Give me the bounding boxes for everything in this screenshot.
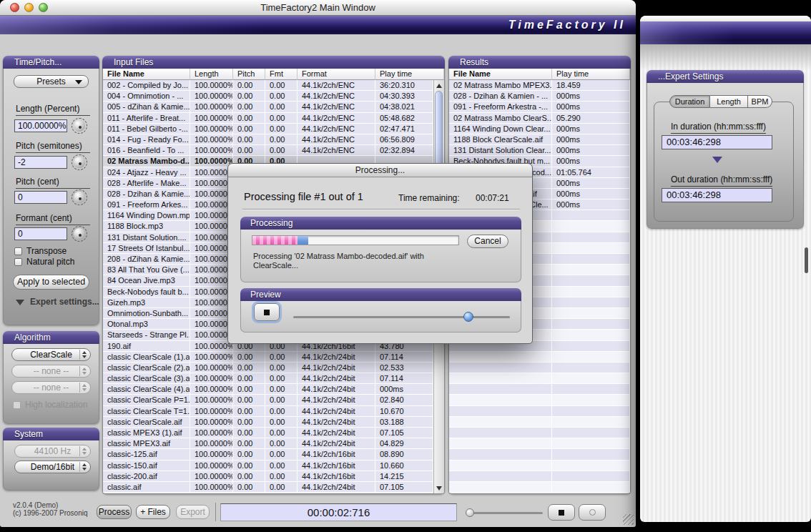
apply-to-selected-button[interactable]: Apply to selected: [13, 275, 89, 290]
formant-cent-field[interactable]: 0: [14, 227, 67, 240]
column-header-length[interactable]: Length: [190, 69, 233, 80]
table-cell: 0.00: [233, 91, 265, 102]
expert-scrollbar-thumb[interactable]: [805, 247, 808, 273]
cancel-button[interactable]: Cancel: [467, 235, 508, 248]
table-row[interactable]: classic-200.aif100.0000%0.000.0044.1k/2c…: [103, 471, 433, 482]
transpose-checkbox[interactable]: Transpose: [14, 246, 67, 256]
table-row[interactable]: 002 - Compiled by Jo...100.0000%0.000.00…: [103, 80, 433, 91]
dropdown-arrow-icon: [75, 80, 82, 84]
pitch-cent-field[interactable]: 0: [14, 191, 67, 204]
preview-group: Preview: [240, 288, 521, 332]
table-cell: 028 - Afterlife - Make...: [103, 178, 190, 189]
group-body: Cancel Processing '02 Matrass Mambo-deco…: [240, 230, 521, 282]
table-cell: 100.0000%: [190, 124, 233, 134]
table-cell: 18.459: [552, 80, 630, 91]
table-row[interactable]: classic ClearScale P=1...100.0000%0.000.…: [103, 395, 433, 405]
table-cell: 100.0000%: [190, 167, 233, 178]
table-row[interactable]: classic-125.aif100.0000%0.000.0044.1k/2c…: [103, 449, 433, 460]
title-bar[interactable]: TimeFactory2 Main Window: [0, 0, 636, 16]
preview-slider[interactable]: [293, 316, 510, 318]
column-header-fmt[interactable]: Fmt: [265, 69, 298, 80]
table-cell: 02 Matrass Mambo MPEX3...: [449, 80, 552, 91]
length-percent-field[interactable]: 100.00000%: [14, 119, 67, 132]
empty-row: [449, 482, 630, 493]
column-header-file-name[interactable]: File Name: [103, 69, 190, 80]
table-cell: 100.0000%: [190, 471, 233, 482]
table-row[interactable]: classic ClearScale T=1...100.0000%0.000.…: [103, 406, 433, 417]
table-row[interactable]: classic MPEX3 (1).aif100.0000%0.000.0044…: [103, 428, 433, 438]
table-row[interactable]: classic ClearScale (4).aif100.0000%0.000…: [103, 384, 433, 395]
scroll-down-icon[interactable]: [434, 483, 444, 493]
pitch-semitones-dial[interactable]: [72, 154, 87, 170]
table-cell: [552, 460, 630, 471]
table-row[interactable]: 1164 Winding Down Clear...000ms: [449, 124, 630, 134]
table-row[interactable]: 028 - Dzihan & Kamien - ...000ms: [449, 91, 630, 102]
out-duration-field[interactable]: 00:03:46:298: [662, 188, 772, 202]
table-cell: 100.0000%: [190, 428, 233, 438]
table-row[interactable]: 091 - Freeform Arkestra -...000ms: [449, 102, 630, 112]
length-percent-dial[interactable]: [72, 118, 87, 134]
table-row[interactable]: classic ClearScale (3).aif100.0000%0.000…: [103, 373, 433, 384]
position-slider[interactable]: [466, 512, 543, 514]
table-cell: 0.00: [265, 428, 298, 438]
table-cell: [552, 363, 630, 373]
natural-pitch-checkbox[interactable]: Natural pitch: [14, 257, 74, 267]
table-row[interactable]: classic.aif100.0000%0.000.0044.1k/2ch/24…: [103, 482, 433, 493]
tab-bpm[interactable]: BPM: [748, 95, 772, 108]
title-bar[interactable]: [640, 16, 811, 21]
table-cell: 0.00: [265, 460, 298, 471]
table-cell: [552, 428, 630, 438]
resize-grip-icon[interactable]: [623, 514, 634, 525]
table-row[interactable]: 011 - Afterlife - Breat...100.0000%0.000…: [103, 113, 433, 124]
formant-cent-dial[interactable]: [72, 226, 87, 242]
stop-button[interactable]: [548, 504, 575, 521]
brand-logo: TimeFactory II: [508, 19, 626, 31]
table-row[interactable]: 016 - Beanfield - To ...100.0000%0.000.0…: [103, 145, 433, 156]
table-row[interactable]: classic ClearScale.aif100.0000%0.000.004…: [103, 417, 433, 428]
tab-length[interactable]: Length: [710, 95, 748, 108]
table-row[interactable]: 005 - dZihan & Kamie...100.0000%0.000.00…: [103, 102, 433, 112]
column-header-format[interactable]: Format: [298, 69, 375, 80]
table-cell: 0.00: [233, 113, 265, 124]
table-cell: 0.00: [233, 471, 265, 482]
process-button[interactable]: Process: [97, 505, 132, 519]
table-cell: classic ClearScale P=1...: [103, 395, 190, 405]
position-slider-thumb[interactable]: [466, 508, 474, 517]
column-header-play-time[interactable]: Play time: [552, 69, 630, 80]
in-duration-field[interactable]: 00:03:46:298: [662, 135, 772, 149]
algorithm-select-1[interactable]: ClearScale: [11, 348, 91, 361]
table-row[interactable]: 1188 Block ClearScale.aif000ms: [449, 134, 630, 145]
column-header-file-name[interactable]: File Name: [449, 69, 552, 80]
table-row[interactable]: 011 - Bebel Gilberto -...100.0000%0.000.…: [103, 124, 433, 134]
add-files-button[interactable]: + Files: [136, 505, 170, 519]
table-row[interactable]: classic MPEX3.aif100.0000%0.000.0044.1k/…: [103, 438, 433, 449]
table-row[interactable]: classic-150.aif100.0000%0.000.0044.1k/2c…: [103, 460, 433, 471]
table-cell: [552, 471, 630, 482]
pitch-semitones-field[interactable]: -2: [14, 156, 67, 169]
table-cell: 100.0000%: [190, 417, 233, 428]
table-row[interactable]: 02 Matrass Mambo ClearS...05.290: [449, 113, 630, 124]
table-row[interactable]: 014 - Fug - Ready Fo...100.0000%0.000.00…: [103, 134, 433, 145]
table-row[interactable]: classic ClearScale (1).aif100.0000%0.000…: [103, 352, 433, 363]
pitch-cent-dial[interactable]: [72, 189, 87, 205]
tab-bar: Duration Length BPM: [669, 95, 772, 108]
time-remaining-label: Time remaining:: [398, 193, 460, 203]
expert-settings-toggle[interactable]: Expert settings...: [16, 297, 99, 307]
column-header-pitch[interactable]: Pitch: [233, 69, 265, 80]
table-cell: 028 - Dzihan & Kamien - ...: [449, 91, 552, 102]
table-cell: 02 Matrass Mambo-d...: [103, 156, 190, 167]
presets-dropdown[interactable]: Presets: [14, 75, 89, 88]
tab-duration[interactable]: Duration: [669, 95, 710, 108]
table-cell: [552, 482, 630, 493]
scroll-up-icon[interactable]: [434, 81, 444, 90]
table-row[interactable]: 131 Distant Solution Clear...000ms: [449, 145, 630, 156]
table-row[interactable]: classic ClearScale (2).aif100.0000%0.000…: [103, 363, 433, 373]
dialog-title[interactable]: Processing...: [228, 164, 532, 177]
processing-dialog: Processing... Processing file #1 out of …: [227, 163, 533, 344]
column-header-play-time[interactable]: Play time: [375, 69, 444, 80]
preview-slider-thumb[interactable]: [463, 312, 473, 322]
table-row[interactable]: 004 - Omnimotion - ...100.0000%0.000.004…: [103, 91, 433, 102]
table-row[interactable]: 02 Matrass Mambo MPEX3...18.459: [449, 80, 630, 91]
quality-select[interactable]: Demo/16bit: [14, 460, 91, 473]
preview-stop-button[interactable]: [254, 303, 280, 321]
